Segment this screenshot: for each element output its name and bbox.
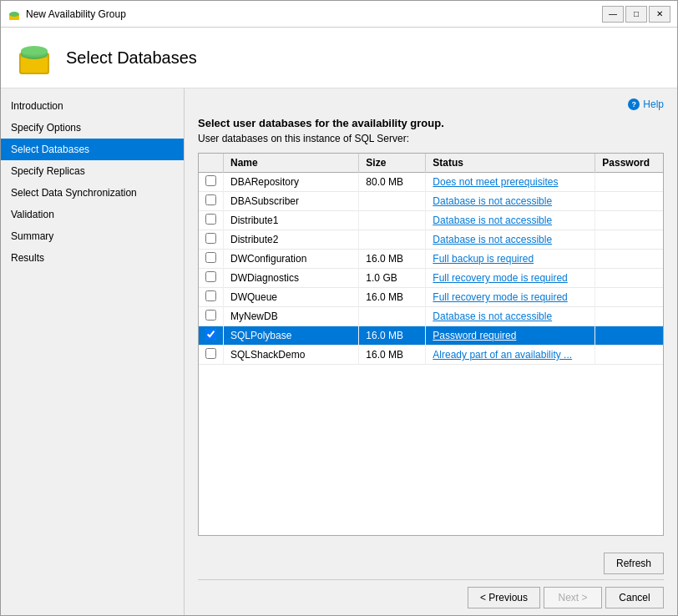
- status-link[interactable]: Already part of an availability ...: [433, 349, 572, 361]
- main-window: New Availability Group — □ ✕ Select Data…: [0, 0, 678, 616]
- row-checkbox[interactable]: [205, 194, 216, 205]
- status-link[interactable]: Password required: [433, 330, 516, 341]
- row-status[interactable]: Database is not accessible: [426, 230, 595, 250]
- table-row[interactable]: SQLShackDemo16.0 MBAlready part of an av…: [199, 346, 663, 365]
- refresh-button[interactable]: Refresh: [604, 553, 664, 574]
- refresh-row: Refresh: [198, 553, 664, 574]
- row-checkbox[interactable]: [205, 271, 216, 282]
- row-checkbox[interactable]: [205, 214, 216, 225]
- row-checkbox-cell[interactable]: [199, 173, 224, 192]
- previous-button[interactable]: < Previous: [468, 587, 540, 608]
- col-check: [199, 154, 224, 173]
- row-status[interactable]: Database is not accessible: [426, 211, 595, 230]
- row-password: [595, 211, 663, 230]
- sidebar-item-summary[interactable]: Summary: [1, 225, 184, 247]
- table-row[interactable]: DWDiagnostics1.0 GBFull recovery mode is…: [199, 269, 663, 288]
- row-status[interactable]: Does not meet prerequisites: [426, 173, 595, 192]
- table-row[interactable]: SQLPolybase16.0 MBPassword required: [199, 326, 663, 346]
- sidebar-item-validation[interactable]: Validation: [1, 204, 184, 225]
- row-checkbox[interactable]: [205, 233, 216, 244]
- main-panel: ? Help Select user databases for the ava…: [185, 88, 677, 615]
- status-link[interactable]: Database is not accessible: [433, 195, 552, 207]
- row-name: Distribute2: [224, 230, 359, 250]
- col-status: Status: [426, 154, 595, 173]
- status-link[interactable]: Database is not accessible: [433, 234, 552, 245]
- row-checkbox-cell[interactable]: [199, 211, 224, 230]
- title-bar: New Availability Group — □ ✕: [1, 1, 677, 28]
- sidebar-item-specify-replicas[interactable]: Specify Replicas: [1, 160, 184, 182]
- databases-table-container: Name Size Status Password DBARepository8…: [198, 153, 664, 536]
- row-size: 16.0 MB: [359, 346, 426, 365]
- col-password: Password: [595, 154, 663, 173]
- header-icon: [14, 38, 54, 78]
- row-name: DWConfiguration: [224, 250, 359, 269]
- status-link[interactable]: Full recovery mode is required: [433, 291, 567, 303]
- status-link[interactable]: Database is not accessible: [433, 215, 552, 226]
- row-checkbox[interactable]: [205, 329, 216, 340]
- row-checkbox[interactable]: [205, 310, 216, 321]
- footer: Refresh < Previous Next > Cancel: [185, 546, 677, 615]
- status-link[interactable]: Database is not accessible: [433, 311, 552, 322]
- table-row[interactable]: DWQueue16.0 MBFull recovery mode is requ…: [199, 288, 663, 307]
- row-checkbox-cell[interactable]: [199, 307, 224, 326]
- sidebar-item-introduction[interactable]: Introduction: [1, 95, 184, 117]
- svg-rect-7: [21, 54, 48, 58]
- row-status[interactable]: Database is not accessible: [426, 307, 595, 326]
- row-password: [595, 326, 663, 346]
- status-link[interactable]: Full recovery mode is required: [433, 272, 567, 284]
- row-password: [595, 230, 663, 250]
- row-name: SQLShackDemo: [224, 346, 359, 365]
- table-row[interactable]: Distribute2Database is not accessible: [199, 230, 663, 250]
- table-row[interactable]: DWConfiguration16.0 MBFull backup is req…: [199, 250, 663, 269]
- row-checkbox[interactable]: [205, 252, 216, 263]
- sidebar: Introduction Specify Options Select Data…: [1, 88, 185, 615]
- row-status[interactable]: Database is not accessible: [426, 192, 595, 211]
- table-row[interactable]: MyNewDBDatabase is not accessible: [199, 307, 663, 326]
- row-checkbox-cell[interactable]: [199, 192, 224, 211]
- row-checkbox-cell[interactable]: [199, 288, 224, 307]
- row-size: 1.0 GB: [359, 269, 426, 288]
- row-size: 16.0 MB: [359, 288, 426, 307]
- status-link[interactable]: Full backup is required: [433, 253, 534, 265]
- row-name: SQLPolybase: [224, 326, 359, 346]
- minimize-button[interactable]: —: [602, 6, 624, 23]
- row-status[interactable]: Password required: [426, 326, 595, 346]
- table-row[interactable]: DBARepository80.0 MBDoes not meet prereq…: [199, 173, 663, 192]
- row-checkbox[interactable]: [205, 175, 216, 186]
- row-status[interactable]: Full backup is required: [426, 250, 595, 269]
- row-checkbox-cell[interactable]: [199, 230, 224, 250]
- row-name: DBASubscriber: [224, 192, 359, 211]
- row-status[interactable]: Already part of an availability ...: [426, 346, 595, 365]
- sidebar-item-select-data-sync[interactable]: Select Data Synchronization: [1, 182, 184, 204]
- window-icon: [8, 8, 21, 21]
- cancel-button[interactable]: Cancel: [605, 587, 664, 608]
- row-name: DWQueue: [224, 288, 359, 307]
- sidebar-item-select-databases[interactable]: Select Databases: [1, 139, 184, 160]
- row-name: DWDiagnostics: [224, 269, 359, 288]
- section-subtitle: User databases on this instance of SQL S…: [198, 133, 664, 144]
- row-name: DBARepository: [224, 173, 359, 192]
- help-link[interactable]: ? Help: [628, 98, 664, 110]
- row-checkbox[interactable]: [205, 290, 216, 301]
- row-checkbox[interactable]: [205, 348, 216, 359]
- page-title: Select Databases: [66, 48, 197, 68]
- close-button[interactable]: ✕: [649, 6, 670, 23]
- sidebar-item-specify-options[interactable]: Specify Options: [1, 117, 184, 139]
- row-status[interactable]: Full recovery mode is required: [426, 288, 595, 307]
- row-name: Distribute1: [224, 211, 359, 230]
- next-button[interactable]: Next >: [544, 587, 602, 608]
- table-row[interactable]: Distribute1Database is not accessible: [199, 211, 663, 230]
- section-title: Select user databases for the availabili…: [198, 117, 664, 129]
- row-checkbox-cell[interactable]: [199, 326, 224, 346]
- row-checkbox-cell[interactable]: [199, 269, 224, 288]
- col-size: Size: [359, 154, 426, 173]
- sidebar-item-results[interactable]: Results: [1, 247, 184, 269]
- status-link[interactable]: Does not meet prerequisites: [433, 176, 558, 188]
- maximize-button[interactable]: □: [625, 6, 647, 23]
- row-password: [595, 173, 663, 192]
- table-row[interactable]: DBASubscriberDatabase is not accessible: [199, 192, 663, 211]
- row-status[interactable]: Full recovery mode is required: [426, 269, 595, 288]
- row-name: MyNewDB: [224, 307, 359, 326]
- row-checkbox-cell[interactable]: [199, 250, 224, 269]
- row-checkbox-cell[interactable]: [199, 346, 224, 365]
